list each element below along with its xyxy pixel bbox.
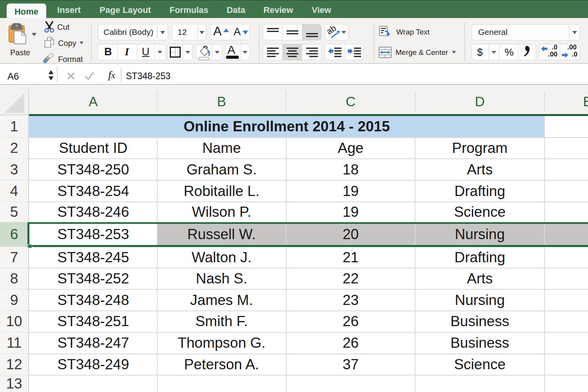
svg-text:ab: ab [327,26,338,36]
